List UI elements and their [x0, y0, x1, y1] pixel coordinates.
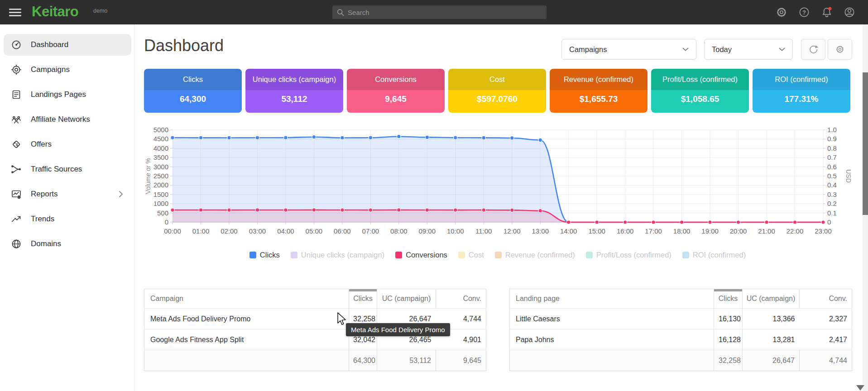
dashboard-settings-button[interactable] [828, 39, 852, 60]
svg-text:00:00: 00:00 [164, 227, 181, 235]
branch-split-icon [11, 164, 22, 175]
svg-text:08:00: 08:00 [390, 227, 408, 235]
column-header-campaign[interactable]: Campaign [144, 289, 349, 309]
column-header-uc[interactable]: UC (campaign) [743, 289, 800, 309]
legend-item-conversions[interactable]: Conversions [395, 251, 447, 259]
svg-text:USD: USD [845, 169, 851, 183]
svg-text:10:00: 10:00 [447, 227, 464, 235]
column-header-conv[interactable]: Conv. [800, 289, 852, 309]
metric-card-value: $1,655.73 [550, 90, 647, 113]
search-input[interactable] [348, 9, 542, 16]
refresh-button[interactable] [801, 39, 825, 60]
metric-card-conversions[interactable]: Conversions 9,645 [347, 69, 445, 113]
metric-card-unique-clicks[interactable]: Unique clicks (campaign) 53,112 [245, 69, 343, 113]
metric-card-label: Clicks [144, 69, 242, 90]
gear-icon [835, 44, 845, 54]
legend-item-roi[interactable]: ROI (confirmed) [682, 251, 746, 259]
legend-item-revenue[interactable]: Revenue (confirmed) [495, 251, 575, 259]
metric-card-label: Cost [448, 69, 546, 90]
legend-item-cost[interactable]: Cost [458, 251, 484, 259]
hamburger-menu-icon[interactable] [9, 9, 21, 16]
period-filter-select[interactable]: Today [704, 39, 793, 60]
sort-indicator [349, 289, 377, 291]
metric-card-label: ROI (confirmed) [753, 69, 850, 90]
scroll-down-arrow-icon[interactable] [856, 385, 864, 391]
account-avatar-icon[interactable] [843, 6, 856, 19]
table-row[interactable]: Papa Johns 16,128 13,281 2,417 [510, 329, 852, 350]
sidebar-item-label: Dashboard [31, 40, 68, 49]
column-header-clicks-sorted[interactable]: Clicks [349, 289, 377, 309]
column-header-landing-page[interactable]: Landing page [510, 289, 714, 309]
column-header-clicks-sorted[interactable]: Clicks [714, 289, 743, 309]
sidebar-item-campaigns[interactable]: Campaigns [4, 59, 131, 81]
metric-cards-row: Clicks 64,300 Unique clicks (campaign) 5… [144, 69, 851, 113]
svg-text:0: 0 [165, 218, 168, 226]
notifications-bell-icon[interactable] [820, 6, 833, 19]
table-header-row: Campaign Clicks UC (campaign) Conv. [144, 289, 486, 309]
global-search[interactable] [332, 5, 547, 19]
chart-plot-area: 00:0001:0002:0003:0004:0005:0006:0007:00… [144, 121, 851, 240]
table-row[interactable]: Little Caesars 16,130 13,366 2,327 [510, 309, 852, 329]
legend-item-clicks[interactable]: Clicks [249, 251, 280, 259]
refresh-icon [808, 44, 819, 55]
sidebar-item-trends[interactable]: Trends [4, 208, 131, 230]
scrollbar-thumb[interactable] [863, 72, 868, 215]
metric-card-revenue[interactable]: Revenue (confirmed) $1,655.73 [550, 69, 647, 113]
legend-item-unique-clicks[interactable]: Unique clicks (campaign) [291, 251, 384, 259]
gear-icon[interactable] [775, 6, 788, 19]
svg-text:06:00: 06:00 [334, 227, 351, 235]
brand-logo[interactable]: Keitaro [32, 4, 78, 20]
metric-card-cost[interactable]: Cost $597.0760 [448, 69, 546, 113]
svg-text:11:00: 11:00 [475, 227, 492, 235]
svg-text:22:00: 22:00 [786, 227, 804, 235]
notification-dot [828, 7, 831, 10]
svg-text:5000: 5000 [153, 126, 168, 134]
svg-text:23:00: 23:00 [815, 227, 832, 235]
svg-text:14:00: 14:00 [560, 227, 577, 235]
metric-card-value: 64,300 [144, 90, 242, 113]
campaign-name[interactable]: Meta Ads Food Delivery Promo [144, 309, 349, 329]
svg-text:03:00: 03:00 [249, 227, 266, 235]
svg-text:20:00: 20:00 [730, 227, 747, 235]
campaign-name[interactable]: Google Ads Fitness App Split [144, 329, 349, 350]
legend-swatch [291, 252, 297, 258]
metric-card-profit-loss[interactable]: Profit/Loss (confirmed) $1,058.65 [651, 69, 749, 113]
svg-text:05:00: 05:00 [306, 227, 323, 235]
svg-text:3000: 3000 [153, 163, 168, 171]
svg-text:04:00: 04:00 [277, 227, 294, 235]
sidebar-item-offers[interactable]: $ Offers [4, 134, 131, 155]
metric-card-clicks[interactable]: Clicks 64,300 [144, 69, 242, 113]
svg-text:21:00: 21:00 [758, 227, 775, 235]
chevron-down-icon [779, 48, 785, 51]
sidebar-item-dashboard[interactable]: Dashboard [4, 34, 131, 56]
sidebar-item-affiliate-networks[interactable]: Affiliate Networks [4, 109, 131, 130]
landing-page-name[interactable]: Little Caesars [510, 309, 714, 329]
sidebar-item-label: Traffic Sources [31, 165, 82, 174]
chevron-down-icon [682, 48, 689, 51]
landing-page-name[interactable]: Papa Johns [510, 329, 714, 350]
svg-text:0.2: 0.2 [827, 200, 837, 207]
column-header-uc[interactable]: UC (campaign) [377, 289, 436, 309]
sidebar-item-label: Trends [31, 215, 54, 224]
gauge-icon [11, 39, 22, 50]
sidebar-item-domains[interactable]: Domains [4, 233, 131, 255]
svg-text:0.1: 0.1 [827, 209, 837, 217]
sidebar: Dashboard Campaigns Landings Pages [0, 24, 134, 391]
svg-text:15:00: 15:00 [588, 227, 605, 235]
sidebar-item-traffic-sources[interactable]: Traffic Sources [4, 158, 131, 180]
column-header-conv[interactable]: Conv. [436, 289, 486, 309]
campaigns-filter-select[interactable]: Campaigns [561, 39, 696, 60]
svg-text:0.6: 0.6 [827, 163, 837, 171]
legend-swatch [586, 252, 593, 258]
metric-card-roi[interactable]: ROI (confirmed) 177.31% [753, 69, 850, 113]
sidebar-item-label: Offers [31, 140, 52, 149]
sidebar-item-reports[interactable]: Reports [4, 183, 131, 205]
metric-card-value: 53,112 [245, 90, 343, 113]
svg-text:01:00: 01:00 [192, 227, 210, 235]
legend-item-profit-loss[interactable]: Profit/Loss (confirmed) [586, 251, 671, 259]
help-icon[interactable]: ? [798, 6, 810, 19]
metric-card-label: Conversions [347, 69, 445, 90]
svg-text:1000: 1000 [153, 200, 168, 207]
sort-indicator [714, 289, 743, 291]
sidebar-item-landings-pages[interactable]: Landings Pages [4, 84, 131, 105]
